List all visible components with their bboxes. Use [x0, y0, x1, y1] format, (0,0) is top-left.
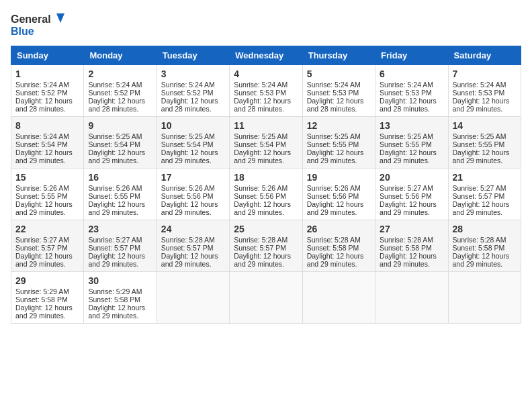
calendar-cell [302, 272, 375, 324]
day-number: 13 [380, 120, 443, 131]
svg-text:General: General [11, 13, 51, 25]
daylight-text: Daylight: 12 hours and 29 minutes. [380, 252, 437, 268]
sunrise-text: Sunrise: 5:24 AM [380, 81, 433, 89]
daylight-text: Daylight: 12 hours and 28 minutes. [15, 97, 73, 113]
calendar-cell: 29Sunrise: 5:29 AMSunset: 5:58 PMDayligh… [11, 272, 84, 324]
calendar-cell: 30Sunrise: 5:29 AMSunset: 5:58 PMDayligh… [84, 272, 157, 324]
calendar-cell: 27Sunrise: 5:28 AMSunset: 5:58 PMDayligh… [375, 220, 448, 272]
calendar-cell: 3Sunrise: 5:24 AMSunset: 5:52 PMDaylight… [157, 65, 229, 117]
day-number: 20 [380, 172, 443, 183]
calendar-cell: 9Sunrise: 5:25 AMSunset: 5:54 PMDaylight… [84, 117, 157, 169]
daylight-text: Daylight: 12 hours and 29 minutes. [15, 252, 73, 268]
sunrise-text: Sunrise: 5:28 AM [234, 236, 287, 244]
sunset-text: Sunset: 5:54 PM [88, 140, 140, 148]
sunrise-text: Sunrise: 5:26 AM [88, 184, 142, 192]
calendar-cell: 18Sunrise: 5:26 AMSunset: 5:56 PMDayligh… [230, 169, 302, 220]
day-number: 17 [161, 172, 225, 183]
daylight-text: Daylight: 12 hours and 29 minutes. [453, 252, 510, 268]
day-number: 16 [88, 172, 152, 183]
day-number: 26 [307, 224, 371, 234]
day-number: 28 [453, 224, 517, 234]
daylight-text: Daylight: 12 hours and 29 minutes. [234, 148, 291, 165]
sunrise-text: Sunrise: 5:25 AM [161, 132, 215, 140]
calendar-cell: 8Sunrise: 5:24 AMSunset: 5:54 PMDaylight… [11, 117, 84, 169]
sunrise-text: Sunrise: 5:26 AM [161, 184, 215, 192]
day-number: 9 [88, 120, 152, 131]
daylight-text: Daylight: 12 hours and 29 minutes. [453, 200, 510, 216]
sunrise-text: Sunrise: 5:25 AM [234, 132, 287, 140]
daylight-text: Daylight: 12 hours and 29 minutes. [453, 97, 510, 113]
daylight-text: Daylight: 12 hours and 29 minutes. [234, 252, 291, 268]
daylight-text: Daylight: 12 hours and 29 minutes. [161, 252, 218, 268]
sunset-text: Sunset: 5:55 PM [307, 140, 359, 148]
sunset-text: Sunset: 5:57 PM [15, 244, 68, 252]
calendar-cell: 21Sunrise: 5:27 AMSunset: 5:57 PMDayligh… [448, 169, 521, 220]
sunrise-text: Sunrise: 5:26 AM [307, 184, 361, 192]
calendar-cell: 25Sunrise: 5:28 AMSunset: 5:57 PMDayligh… [230, 220, 302, 272]
day-number: 23 [88, 224, 152, 234]
sunset-text: Sunset: 5:56 PM [380, 192, 432, 200]
calendar-cell: 19Sunrise: 5:26 AMSunset: 5:56 PMDayligh… [302, 169, 375, 220]
calendar-cell: 17Sunrise: 5:26 AMSunset: 5:56 PMDayligh… [157, 169, 229, 220]
sunset-text: Sunset: 5:52 PM [15, 89, 68, 97]
day-number: 19 [307, 172, 371, 183]
daylight-text: Daylight: 12 hours and 28 minutes. [380, 97, 437, 113]
daylight-text: Daylight: 12 hours and 29 minutes. [88, 252, 145, 268]
sunset-text: Sunset: 5:53 PM [380, 89, 432, 97]
daylight-text: Daylight: 12 hours and 28 minutes. [88, 97, 145, 113]
sunrise-text: Sunrise: 5:25 AM [380, 132, 433, 140]
sunset-text: Sunset: 5:52 PM [161, 89, 214, 97]
calendar-cell: 26Sunrise: 5:28 AMSunset: 5:58 PMDayligh… [302, 220, 375, 272]
calendar-table: SundayMondayTuesdayWednesdayThursdayFrid… [11, 46, 521, 324]
sunset-text: Sunset: 5:53 PM [453, 89, 505, 97]
daylight-text: Daylight: 12 hours and 28 minutes. [307, 97, 364, 113]
calendar-cell: 15Sunrise: 5:26 AMSunset: 5:55 PMDayligh… [11, 169, 84, 220]
daylight-text: Daylight: 12 hours and 29 minutes. [88, 148, 145, 165]
calendar-week-5: 29Sunrise: 5:29 AMSunset: 5:58 PMDayligh… [11, 272, 521, 324]
day-number: 25 [234, 224, 298, 234]
sunrise-text: Sunrise: 5:24 AM [88, 81, 142, 89]
sunset-text: Sunset: 5:56 PM [161, 192, 214, 200]
calendar-week-2: 8Sunrise: 5:24 AMSunset: 5:54 PMDaylight… [11, 117, 521, 169]
calendar-cell: 1Sunrise: 5:24 AMSunset: 5:52 PMDaylight… [11, 65, 84, 117]
header: GeneralBlue [11, 11, 521, 40]
day-number: 6 [380, 68, 443, 79]
sunset-text: Sunset: 5:54 PM [15, 140, 68, 148]
calendar-cell [375, 272, 448, 324]
sunset-text: Sunset: 5:58 PM [380, 244, 432, 252]
day-number: 12 [307, 120, 371, 131]
sunrise-text: Sunrise: 5:27 AM [453, 184, 506, 192]
daylight-text: Daylight: 12 hours and 29 minutes. [161, 148, 218, 165]
calendar-cell: 23Sunrise: 5:27 AMSunset: 5:57 PMDayligh… [84, 220, 157, 272]
sunset-text: Sunset: 5:55 PM [88, 192, 140, 200]
day-number: 27 [380, 224, 443, 234]
calendar-cell [157, 272, 229, 324]
weekday-header-sunday: Sunday [11, 46, 84, 65]
daylight-text: Daylight: 12 hours and 29 minutes. [380, 148, 437, 165]
day-number: 29 [15, 275, 79, 286]
calendar-cell: 4Sunrise: 5:24 AMSunset: 5:53 PMDaylight… [230, 65, 302, 117]
sunrise-text: Sunrise: 5:24 AM [161, 81, 215, 89]
sunrise-text: Sunrise: 5:27 AM [88, 236, 142, 244]
sunset-text: Sunset: 5:54 PM [161, 140, 214, 148]
calendar-cell: 2Sunrise: 5:24 AMSunset: 5:52 PMDaylight… [84, 65, 157, 117]
calendar-cell: 22Sunrise: 5:27 AMSunset: 5:57 PMDayligh… [11, 220, 84, 272]
calendar-cell: 11Sunrise: 5:25 AMSunset: 5:54 PMDayligh… [230, 117, 302, 169]
sunrise-text: Sunrise: 5:24 AM [15, 132, 69, 140]
daylight-text: Daylight: 12 hours and 29 minutes. [453, 148, 510, 165]
day-number: 2 [88, 68, 152, 79]
sunset-text: Sunset: 5:55 PM [380, 140, 432, 148]
calendar-week-1: 1Sunrise: 5:24 AMSunset: 5:52 PMDaylight… [11, 65, 521, 117]
daylight-text: Daylight: 12 hours and 29 minutes. [380, 200, 437, 216]
sunset-text: Sunset: 5:57 PM [161, 244, 214, 252]
calendar-cell: 10Sunrise: 5:25 AMSunset: 5:54 PMDayligh… [157, 117, 229, 169]
sunrise-text: Sunrise: 5:27 AM [15, 236, 69, 244]
daylight-text: Daylight: 12 hours and 29 minutes. [307, 148, 364, 165]
day-number: 3 [161, 68, 225, 79]
sunset-text: Sunset: 5:53 PM [307, 89, 359, 97]
logo-svg: GeneralBlue [11, 11, 71, 40]
calendar-cell: 14Sunrise: 5:25 AMSunset: 5:55 PMDayligh… [448, 117, 521, 169]
weekday-header-thursday: Thursday [302, 46, 375, 65]
day-number: 11 [234, 120, 298, 131]
calendar-cell: 16Sunrise: 5:26 AMSunset: 5:55 PMDayligh… [84, 169, 157, 220]
